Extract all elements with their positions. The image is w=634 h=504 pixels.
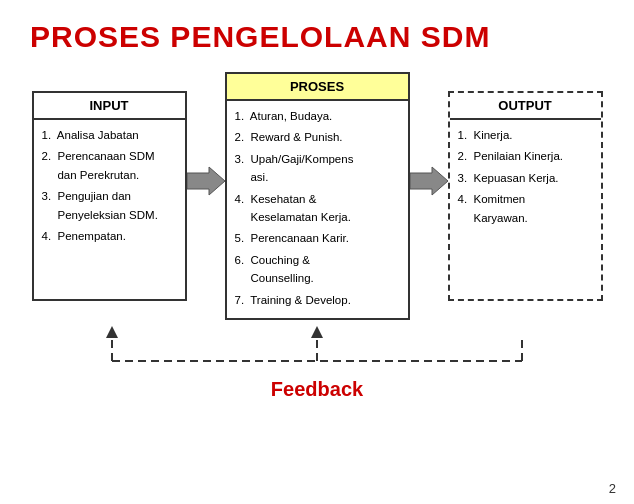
page-title: PROSES PENGELOLAAN SDM	[30, 20, 490, 54]
proses-box: PROSES 1. Aturan, Budaya. 2. Reward & Pu…	[225, 72, 410, 320]
input-item-4: 4. Penempatan.	[42, 227, 177, 245]
svg-marker-0	[187, 167, 225, 195]
proses-item-4: 4. Kesehatan & Keselamatan Kerja.	[235, 190, 400, 227]
feedback-label: Feedback	[271, 378, 363, 401]
feedback-arrows-svg	[52, 326, 582, 376]
input-box: INPUT 1. Analisa Jabatan 2. Perencanaan …	[32, 91, 187, 301]
input-item-3: 3. Pengujian dan Penyeleksian SDM.	[42, 187, 177, 224]
proses-item-3: 3. Upah/Gaji/Kompens asi.	[235, 150, 400, 187]
output-box: OUTPUT 1. Kinerja. 2. Penilaian Kinerja.…	[448, 91, 603, 301]
svg-marker-5	[106, 326, 118, 338]
input-item-2: 2. Perencanaan SDM dan Perekrutan.	[42, 147, 177, 184]
arrow-1	[187, 165, 225, 197]
page-number: 2	[609, 481, 616, 496]
input-header: INPUT	[34, 93, 185, 120]
svg-marker-1	[410, 167, 448, 195]
proses-box-wrapper: PROSES 1. Aturan, Budaya. 2. Reward & Pu…	[225, 72, 410, 320]
output-box-wrapper: OUTPUT 1. Kinerja. 2. Penilaian Kinerja.…	[448, 91, 603, 301]
input-item-1: 1. Analisa Jabatan	[42, 126, 177, 144]
boxes-row: INPUT 1. Analisa Jabatan 2. Perencanaan …	[30, 72, 604, 320]
input-body: 1. Analisa Jabatan 2. Perencanaan SDM da…	[34, 120, 185, 299]
arrow-2	[410, 165, 448, 197]
page: PROSES PENGELOLAAN SDM INPUT 1. Analisa …	[0, 0, 634, 504]
output-body: 1. Kinerja. 2. Penilaian Kinerja. 3. Kep…	[450, 120, 601, 299]
proses-item-7: 7. Training & Develop.	[235, 291, 400, 309]
output-header: OUTPUT	[450, 93, 601, 120]
svg-marker-7	[311, 326, 323, 338]
feedback-row: Feedback	[30, 326, 604, 401]
output-item-4: 4. Komitmen Karyawan.	[458, 190, 593, 227]
proses-item-5: 5. Perencanaan Karir.	[235, 229, 400, 247]
output-item-1: 1. Kinerja.	[458, 126, 593, 144]
proses-item-2: 2. Reward & Punish.	[235, 128, 400, 146]
proses-item-1: 1. Aturan, Budaya.	[235, 107, 400, 125]
output-item-3: 3. Kepuasan Kerja.	[458, 169, 593, 187]
proses-item-6: 6. Couching & Counselling.	[235, 251, 400, 288]
diagram-area: INPUT 1. Analisa Jabatan 2. Perencanaan …	[30, 72, 604, 494]
output-item-2: 2. Penilaian Kinerja.	[458, 147, 593, 165]
proses-body: 1. Aturan, Budaya. 2. Reward & Punish. 3…	[227, 101, 408, 318]
input-box-wrapper: INPUT 1. Analisa Jabatan 2. Perencanaan …	[32, 91, 187, 301]
proses-header: PROSES	[227, 74, 408, 101]
